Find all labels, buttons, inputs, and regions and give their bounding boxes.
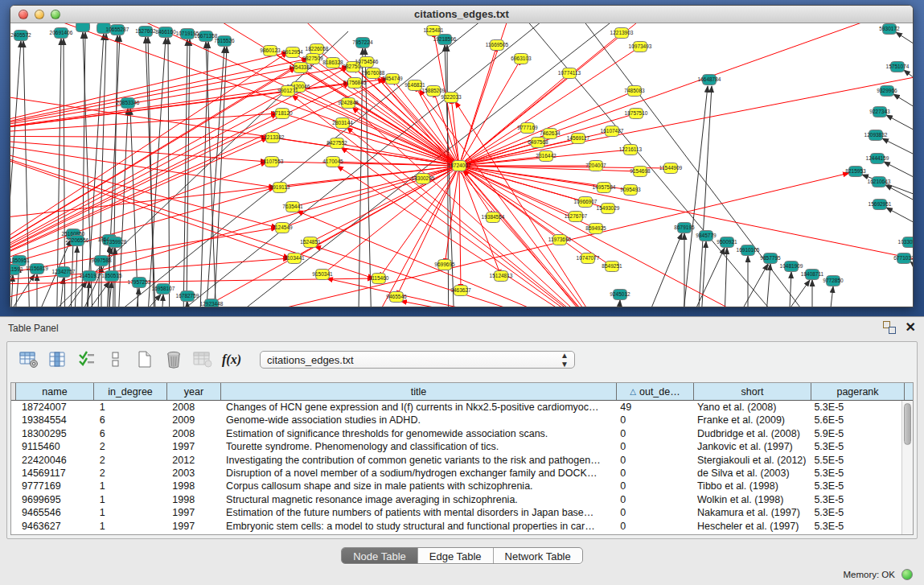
table-cell[interactable]: 2 <box>94 454 167 467</box>
graph-node-cited[interactable]: 11973690 <box>548 235 572 245</box>
column-header-pagerank[interactable]: pagerank <box>811 383 905 400</box>
citation-network-graph[interactable]: 2405572206914061065528715276028466160107… <box>10 23 913 307</box>
table-cell[interactable]: de Silva et al. (2003) <box>692 467 808 480</box>
scrollbar-thumb[interactable] <box>904 403 911 445</box>
graph-node[interactable]: 1350515 <box>101 271 122 282</box>
table-row[interactable]: 946554611997Estimation of the future num… <box>11 506 901 519</box>
table-cell[interactable]: 9699695 <box>16 493 94 506</box>
table-selector-dropdown[interactable]: citations_edges.txt ▲▼ <box>260 351 575 369</box>
function-builder-icon[interactable]: f(x) <box>220 348 244 372</box>
graph-node[interactable]: 9845779 <box>696 231 717 241</box>
table-cell[interactable]: 9463627 <box>16 520 94 533</box>
table-cell[interactable]: 1 <box>94 401 167 414</box>
citation-edge-red[interactable] <box>10 59 308 136</box>
close-panel-icon[interactable]: ✕ <box>906 321 916 334</box>
graph-node[interactable]: 10330541 <box>898 237 913 248</box>
table-cell[interactable]: 2012 <box>166 454 220 467</box>
graph-node[interactable]: 9772850 <box>823 276 844 286</box>
table-cell[interactable]: 0 <box>614 506 692 519</box>
table-cell[interactable]: 0 <box>614 467 692 480</box>
table-cell[interactable]: Nakamura et al. (1997) <box>692 506 808 519</box>
graph-node[interactable]: 1527602 <box>135 27 156 37</box>
graph-node[interactable]: 17359928 <box>104 237 127 248</box>
table-cell[interactable]: 0 <box>614 440 692 453</box>
graph-node[interactable]: 9245012 <box>610 290 630 300</box>
graph-node[interactable]: 16210643 <box>868 177 891 187</box>
citation-edge-black[interactable] <box>764 280 810 307</box>
graph-node-cited[interactable]: 8912954 <box>282 47 303 58</box>
table-row[interactable]: 2242004622012Investigating the contribut… <box>11 454 901 467</box>
table-cell[interactable]: 5.3E-5 <box>808 520 901 533</box>
table-cell[interactable]: 14569117 <box>16 467 94 480</box>
citation-edge-black[interactable] <box>764 264 770 307</box>
graph-node-cited[interactable]: 18757510 <box>625 109 648 119</box>
table-cell[interactable]: 5.6E-5 <box>808 414 901 426</box>
graph-node-cited[interactable]: 7124549 <box>272 223 293 233</box>
citation-edge-red[interactable] <box>322 166 459 274</box>
graph-node-cited[interactable]: 11544909 <box>659 163 683 174</box>
graph-node[interactable]: 9097588 <box>91 256 112 266</box>
table-cell[interactable]: Stergiakouli et al. (2012) <box>692 454 808 467</box>
citation-edge-black[interactable] <box>896 32 913 63</box>
graph-node[interactable]: 9500921 <box>717 237 737 248</box>
table-cell[interactable]: 2008 <box>166 401 220 414</box>
citation-edge-red[interactable] <box>10 136 275 187</box>
table-cell[interactable]: Franke et al. (2009) <box>692 414 808 426</box>
citation-edge-black[interactable] <box>904 70 913 101</box>
graph-node-cited[interactable]: 15493029 <box>597 204 620 214</box>
column-header-title[interactable]: title <box>221 383 617 400</box>
graph-node-cited[interactable]: 11276707 <box>565 212 588 222</box>
citation-edge-black[interactable] <box>885 185 913 216</box>
citation-edge-red[interactable] <box>10 166 459 225</box>
column-header-year[interactable]: year <box>167 383 221 400</box>
delete-table-icon[interactable] <box>162 348 186 372</box>
float-panel-icon[interactable] <box>883 321 896 334</box>
citation-edge-red[interactable] <box>459 72 913 166</box>
graph-node[interactable]: 7515526 <box>214 36 235 47</box>
citation-edge-black[interactable] <box>160 295 163 307</box>
graph-node-cited[interactable]: 12213382 <box>261 133 285 143</box>
graph-node[interactable]: 11156819 <box>26 264 48 274</box>
graph-node[interactable]: 18408711 <box>801 270 824 280</box>
table-cell[interactable]: Yano et al. (2008) <box>692 401 808 414</box>
graph-node[interactable]: 12093832 <box>864 130 888 141</box>
graph-node-cited[interactable]: 9463627 <box>450 286 471 296</box>
graph-node-cited[interactable]: 9860123 <box>260 46 281 56</box>
graph-node[interactable] <box>76 23 90 32</box>
citation-edge-red[interactable] <box>348 103 459 166</box>
graph-node-cited[interactable]: 9242848 <box>338 98 359 109</box>
table-cell[interactable]: Changes of HCN gene expression and I(f) … <box>220 401 614 414</box>
graph-node-cited[interactable]: 8919113 <box>270 183 290 193</box>
citation-edge-black[interactable] <box>168 38 170 307</box>
table-cell[interactable]: 9115460 <box>16 440 94 453</box>
table-cell[interactable]: 5.3E-5 <box>808 440 901 453</box>
table-row[interactable]: 1872400712008Changes of HCN gene express… <box>11 401 901 414</box>
graph-node-cited[interactable]: 9115460 <box>369 274 389 284</box>
table-cell[interactable]: 5.3E-5 <box>808 506 901 519</box>
citation-edge-black[interactable] <box>788 272 791 307</box>
table-vertical-scrollbar[interactable] <box>901 401 913 534</box>
citation-edge-black[interactable] <box>81 32 85 307</box>
table-cell[interactable]: Estimation of the future numbers of pati… <box>220 506 614 519</box>
table-cell[interactable]: 18724007 <box>16 401 94 414</box>
graph-node[interactable]: 16648784 <box>698 75 721 85</box>
table-cell[interactable]: 1998 <box>166 493 220 506</box>
table-cell[interactable]: 6 <box>94 427 167 440</box>
graph-node[interactable]: 2405572 <box>10 31 31 41</box>
graph-node-cited[interactable]: 18107553 <box>261 157 284 167</box>
graph-node[interactable]: 15751074 <box>886 62 910 72</box>
memory-status-indicator[interactable] <box>901 569 913 580</box>
graph-node-cited[interactable]: 9154698 <box>630 167 651 177</box>
graph-node-cited[interactable]: 2718120 <box>272 109 293 119</box>
table-cell[interactable]: Structural magnetic resonance image aver… <box>220 493 614 506</box>
window-titlebar[interactable]: citations_edges.txt <box>10 6 913 23</box>
citation-edge-black[interactable] <box>74 246 77 307</box>
graph-node[interactable]: 9857795 <box>760 253 781 264</box>
graph-node-cited[interactable]: 7635441 <box>282 202 303 212</box>
row-height-icon[interactable] <box>104 348 128 372</box>
table-cell[interactable]: Tibbo et al. (1998) <box>692 480 808 492</box>
table-cell[interactable]: Corpus callosum shape and size in male p… <box>220 480 614 492</box>
tab-network-table[interactable]: Network Table <box>494 548 582 563</box>
table-cell[interactable]: 1997 <box>166 440 220 453</box>
graph-node[interactable]: 15692951 <box>869 200 892 210</box>
